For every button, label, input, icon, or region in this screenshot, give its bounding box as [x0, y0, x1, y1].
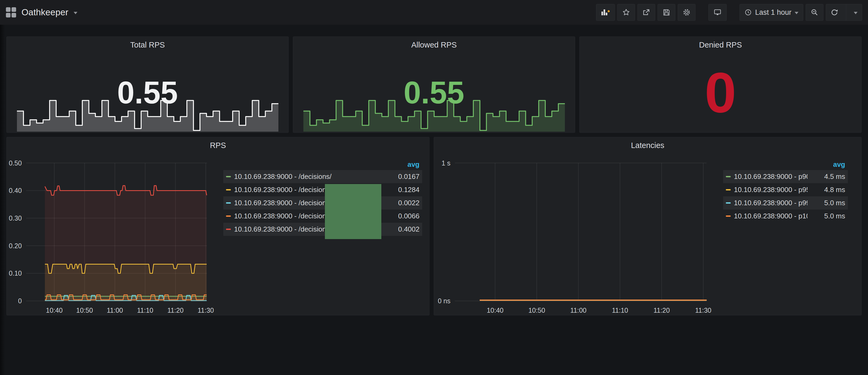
- time-range-picker[interactable]: Last 1 hour: [740, 4, 803, 21]
- stat-value: 0: [580, 64, 861, 121]
- svg-text:11:10: 11:10: [137, 307, 153, 314]
- legend-swatch[interactable]: [226, 189, 231, 190]
- svg-text:11:00: 11:00: [107, 307, 123, 314]
- svg-text:0.20: 0.20: [9, 242, 22, 250]
- navbar-actions: Last 1 hour: [596, 4, 862, 21]
- svg-text:11:30: 11:30: [197, 307, 214, 314]
- legend-row: 10.10.69.238:9000 - /decisions/0.4002: [223, 223, 422, 236]
- svg-text:10:50: 10:50: [528, 307, 545, 314]
- svg-text:11:10: 11:10: [612, 307, 628, 314]
- legend-swatch[interactable]: [726, 176, 731, 177]
- legend-avg-value: 5.0 ms: [808, 199, 845, 207]
- svg-text:10:40: 10:40: [46, 307, 63, 314]
- save-button[interactable]: [658, 4, 675, 21]
- apps-grid-icon[interactable]: [6, 7, 16, 18]
- star-icon: [622, 8, 630, 17]
- grafana-dashboard: Oathkeeper: [0, 0, 868, 375]
- legend-avg-value: 5.0 ms: [808, 212, 845, 220]
- legend-series-name[interactable]: 10.10.69.238:9000 - p90: [734, 173, 808, 181]
- legend-row: 10.10.69.238:9000 - p954.8 ms: [723, 183, 848, 196]
- refresh-icon: [830, 8, 838, 17]
- legend-avg-value: 4.8 ms: [808, 186, 845, 194]
- svg-text:0.50: 0.50: [9, 159, 22, 167]
- save-icon: [662, 8, 671, 17]
- star-button[interactable]: [617, 4, 635, 21]
- legend-avg-header[interactable]: avg: [223, 159, 422, 170]
- svg-text:0.30: 0.30: [9, 214, 22, 222]
- legend-series-name[interactable]: 10.10.69.238:9000 - p99: [734, 199, 808, 207]
- legend-avg-value: 0.1284: [382, 186, 420, 194]
- legend-row: 10.10.69.238:9000 - /decisions/0.1284: [223, 183, 422, 196]
- zoom-out-icon: [810, 8, 818, 17]
- panel-title[interactable]: Denied RPS: [580, 40, 861, 50]
- svg-text:10:50: 10:50: [76, 307, 93, 314]
- svg-text:0 ns: 0 ns: [438, 297, 451, 305]
- panel-title[interactable]: RPS: [7, 141, 429, 150]
- legend-swatch[interactable]: [226, 202, 231, 204]
- add-panel-icon: [601, 8, 610, 17]
- dashboard-title[interactable]: Oathkeeper: [22, 7, 68, 18]
- legend-avg-value: 0.4002: [382, 225, 420, 233]
- legend-row: 10.10.69.238:9000 - p904.5 ms: [723, 170, 848, 183]
- svg-text:11:20: 11:20: [167, 307, 184, 314]
- share-icon: [642, 8, 650, 17]
- zoom-out-button[interactable]: [806, 4, 824, 21]
- panel-title[interactable]: Total RPS: [7, 40, 288, 50]
- settings-button[interactable]: [678, 4, 695, 21]
- legend-swatch[interactable]: [726, 215, 731, 217]
- legend-swatch[interactable]: [226, 215, 231, 217]
- panel-total-rps: Total RPS 0.55: [6, 36, 289, 133]
- caret-down-icon: [795, 12, 798, 14]
- panel-latencies-graph: Latencies 0 ns1 s10:4010:5011:0011:1011:…: [434, 137, 862, 315]
- latencies-legend: avg10.10.69.238:9000 - p904.5 ms10.10.69…: [723, 159, 848, 223]
- panel-denied-rps: Denied RPS 0: [579, 36, 862, 133]
- add-panel-button[interactable]: [596, 4, 615, 21]
- refresh-interval-dropdown[interactable]: [849, 4, 862, 21]
- legend-series-name[interactable]: 10.10.69.238:9000 - p95: [734, 186, 808, 194]
- dashboard-picker[interactable]: Oathkeeper: [6, 7, 78, 18]
- legend-swatch[interactable]: [226, 228, 231, 230]
- legend-row: 10.10.69.238:9000 - p995.0 ms: [723, 196, 848, 210]
- legend-swatch[interactable]: [726, 189, 731, 190]
- cycle-view-button[interactable]: [708, 4, 727, 21]
- caret-down-icon[interactable]: [74, 12, 78, 14]
- panel-title[interactable]: Allowed RPS: [293, 40, 575, 50]
- legend-avg-value: 0.0066: [382, 212, 420, 220]
- stat-value: 0.55: [7, 77, 288, 108]
- legend-avg-value: 0.0022: [382, 199, 420, 207]
- legend-swatch[interactable]: [226, 176, 231, 177]
- legend-row: 10.10.69.238:9000 - p1005.0 ms: [723, 210, 848, 223]
- navbar: Oathkeeper: [0, 0, 868, 25]
- share-button[interactable]: [638, 4, 655, 21]
- gear-icon: [683, 8, 691, 17]
- legend-series-name[interactable]: 10.10.69.238:9000 - p100: [734, 212, 808, 220]
- refresh-button[interactable]: [826, 4, 843, 21]
- legend-avg-value: 4.5 ms: [808, 173, 845, 181]
- svg-text:0: 0: [18, 297, 22, 305]
- clock-icon: [744, 9, 752, 16]
- monitor-icon: [713, 8, 722, 17]
- green-overlay-artifact: [325, 184, 381, 239]
- svg-text:1 s: 1 s: [441, 159, 451, 167]
- legend-series-name[interactable]: 10.10.69.238:9000 - /decisions/: [234, 173, 382, 181]
- svg-text:0.10: 0.10: [9, 270, 22, 277]
- caret-down-icon: [854, 12, 858, 14]
- legend-swatch[interactable]: [726, 202, 731, 204]
- svg-text:10:40: 10:40: [487, 307, 503, 314]
- time-range-label: Last 1 hour: [755, 8, 792, 17]
- legend-row: 10.10.69.238:9000 - /decisions/0.0066: [223, 210, 422, 223]
- legend-row: 10.10.69.238:9000 - /decisions/0.0167: [223, 170, 422, 183]
- panel-allowed-rps: Allowed RPS 0.55: [293, 36, 575, 133]
- legend-avg-header[interactable]: avg: [723, 159, 848, 170]
- svg-text:0.40: 0.40: [9, 187, 22, 194]
- panel-title[interactable]: Latencies: [434, 141, 861, 150]
- svg-text:11:30: 11:30: [695, 307, 711, 314]
- legend-row: 10.10.69.238:9000 - /decisions/0.0022: [223, 196, 422, 210]
- stat-value: 0.55: [293, 77, 575, 108]
- legend-avg-value: 0.0167: [382, 173, 420, 181]
- refresh-split-button: [826, 4, 862, 21]
- svg-text:11:00: 11:00: [570, 307, 586, 314]
- panel-rps-graph: RPS 00.100.200.300.400.5010:4010:5011:00…: [6, 137, 429, 315]
- rps-legend: avg10.10.69.238:9000 - /decisions/0.0167…: [223, 159, 422, 236]
- svg-text:11:20: 11:20: [654, 307, 670, 314]
